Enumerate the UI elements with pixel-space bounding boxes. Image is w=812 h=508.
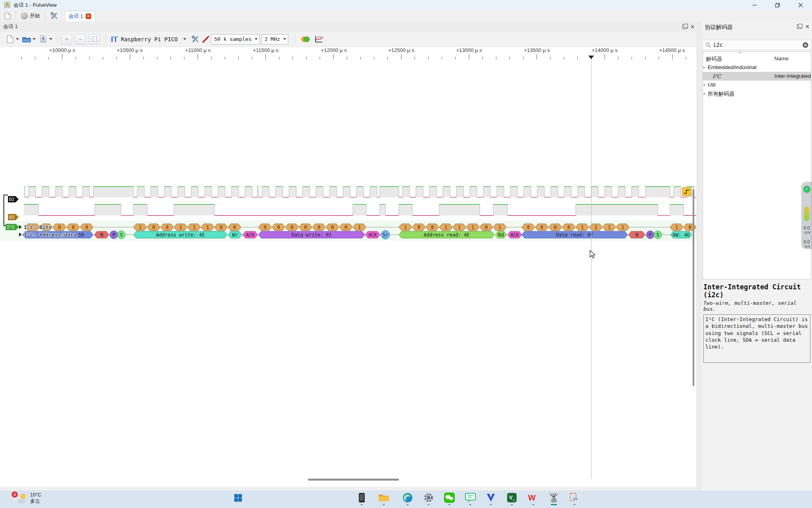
clear-search-icon[interactable]	[802, 42, 808, 48]
time-ruler[interactable]: +10000 μ s+10500 μ s+11000 μ s+11500 μ s…	[0, 47, 696, 60]
add-decoder-button[interactable]	[300, 34, 310, 45]
waveform-horizontal-scrollbar[interactable]	[308, 479, 399, 481]
trace-tag-i2c[interactable]: I²C	[6, 224, 16, 230]
trace-tag-d2[interactable]: D2	[8, 196, 15, 202]
svg-text:V: V	[509, 495, 513, 500]
decoder-search-box[interactable]: i2c	[703, 40, 811, 50]
svg-text:0: 0	[291, 225, 293, 230]
shield-check-icon[interactable]: ✓	[803, 186, 810, 193]
taskbar-app-edge[interactable]	[400, 492, 416, 507]
trace-group-bracket[interactable]	[3, 194, 8, 226]
svg-text:0: 0	[166, 225, 169, 230]
svg-text:1: 1	[675, 225, 678, 230]
svg-text:0: 0	[417, 225, 420, 230]
svg-text:Address write: 4E: Address write: 4E	[156, 232, 205, 238]
svg-text:0: 0	[85, 225, 88, 230]
svg-text:1: 1	[581, 225, 584, 230]
new-session-button[interactable]	[2, 12, 13, 20]
settings-button[interactable]	[48, 11, 60, 21]
sample-rate-combo[interactable]: 2 MHz	[261, 34, 288, 44]
decoder-capsule-icon	[300, 36, 310, 42]
svg-text:1: 1	[608, 225, 611, 230]
window-title: 会话 1 - PulseView	[13, 2, 57, 9]
taskbar-app-phonelink[interactable]	[354, 492, 370, 507]
add-math-signal-button[interactable]: f(x)	[314, 34, 324, 45]
tab-close-icon[interactable]: ✕	[86, 13, 91, 19]
speed-monitor-widget[interactable]: ✓ 0.0 ↑K/s 0.0 ↓K/s	[801, 182, 812, 249]
dock-splitter[interactable]	[696, 21, 702, 491]
restore-button[interactable]	[766, 0, 789, 10]
new-file-dropdown[interactable]	[16, 38, 19, 40]
svg-text:1: 1	[444, 225, 447, 230]
trace-tag-d3[interactable]: D3	[8, 214, 15, 220]
svg-text:0: 0	[567, 225, 570, 230]
boost-capsule-icon[interactable]	[804, 206, 809, 221]
svg-text:0: 0	[540, 225, 543, 230]
svg-text:Wr: Wr	[232, 232, 237, 238]
run-button[interactable]: 开始	[19, 12, 42, 20]
time-cursor-line[interactable]	[591, 60, 592, 479]
waveform-canvas[interactable]: 000100111000000000110011101000011111050N…	[0, 60, 696, 487]
taskbar-app-explorer[interactable]	[376, 492, 392, 507]
taskbar-app-v-blue[interactable]	[483, 492, 499, 507]
tree-row-label: Util	[708, 82, 716, 88]
svg-text:P: P	[112, 232, 115, 238]
zoom-in-button[interactable]: ＋	[61, 34, 72, 44]
mouse-cursor	[590, 250, 598, 260]
weather-widget[interactable]: 10°C 多云 4	[10, 491, 41, 506]
configure-device-button[interactable]	[190, 34, 201, 45]
svg-text:+10500 μ s: +10500 μ s	[117, 47, 143, 53]
search-input[interactable]: i2c	[713, 42, 723, 48]
expander-closed-icon[interactable]: ›	[703, 91, 705, 96]
device-selector[interactable]: Raspberry Pi PICO	[121, 36, 189, 42]
taskbar-app-snip[interactable]: ✂	[567, 492, 582, 507]
dock-float-icon[interactable]	[682, 25, 687, 29]
trigger-marker[interactable]	[682, 187, 691, 196]
expander-open-icon[interactable]: ›	[703, 67, 707, 68]
panel-splitter-handle[interactable]: :	[702, 34, 812, 39]
close-button[interactable]	[789, 0, 812, 10]
panel-close-icon[interactable]: ✕	[805, 23, 810, 30]
svg-text:0: 0	[233, 225, 236, 230]
svg-text:1: 1	[404, 225, 407, 230]
taskbar-app-vs-green[interactable]: Vs	[504, 492, 520, 507]
sample-count-dropdown	[255, 38, 258, 40]
pulseview-window: 会话 1 - PulseView 开始 会话 1 ✕ 会话 1 ✕	[0, 0, 812, 508]
tree-row-util[interactable]: › Util	[703, 81, 811, 89]
channels-button[interactable]	[201, 34, 211, 45]
dock-close-icon[interactable]: ✕	[690, 24, 695, 30]
decoder-tree-header[interactable]: ⌃ 解码器 Name	[703, 52, 811, 63]
expander-closed-icon[interactable]: ›	[703, 82, 705, 88]
save-file-dropdown[interactable]	[49, 38, 52, 40]
open-file-button[interactable]	[21, 34, 32, 45]
windows-taskbar: 10°C 多云 4 搜索	[0, 491, 812, 508]
taskbar-app-pulseview-active[interactable]	[546, 492, 562, 507]
zoom-out-button[interactable]: −	[75, 34, 86, 44]
show-markers-button[interactable]	[109, 34, 119, 45]
open-file-dropdown[interactable]	[33, 38, 36, 40]
tree-row-i2c[interactable]: I²C Inter-Integrated Circuit	[703, 72, 811, 81]
start-button[interactable]	[230, 492, 246, 507]
save-file-button[interactable]	[38, 34, 48, 45]
device-dropdown	[183, 38, 186, 40]
new-file-button[interactable]	[5, 34, 15, 45]
taskbar-app-wechat[interactable]	[441, 492, 457, 507]
edge-icon	[401, 492, 414, 504]
file-explorer-icon	[377, 492, 391, 504]
tab-session-1[interactable]: 会话 1 ✕	[64, 11, 96, 21]
sample-count-combo[interactable]: 50 k samples	[211, 34, 260, 44]
svg-text:s: s	[513, 498, 515, 502]
waveform-view[interactable]: +10000 μ s+10500 μ s+11000 μ s+11500 μ s…	[0, 47, 696, 487]
capture-toolbar: ＋ − Raspberry Pi PICO 50 k samples 2 MHz	[0, 32, 696, 47]
zoom-fit-button[interactable]	[89, 34, 100, 44]
taskbar-app-messenger[interactable]	[462, 492, 478, 507]
panel-float-icon[interactable]	[797, 25, 802, 29]
tree-row-all-decoders[interactable]: › 所有解码器	[703, 89, 811, 98]
row-marker-addr	[19, 233, 22, 237]
svg-text:Data write: 01: Data write: 01	[291, 232, 331, 238]
tree-row-embedded[interactable]: › Embedded/industrial	[703, 63, 811, 72]
taskbar-app-wps[interactable]: W	[525, 492, 541, 507]
taskbar-app-settings[interactable]	[421, 492, 437, 507]
minimize-button[interactable]	[743, 0, 766, 10]
waveform-vertical-scrollbar[interactable]	[693, 189, 694, 386]
